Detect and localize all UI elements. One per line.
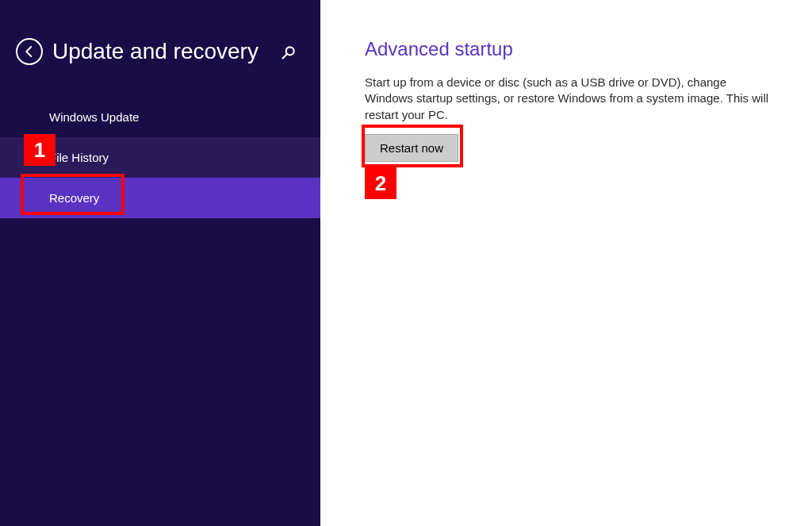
- search-icon: [281, 44, 297, 60]
- restart-now-button[interactable]: Restart now: [365, 134, 458, 162]
- sidebar-item-label: Windows Update: [49, 110, 139, 124]
- sidebar-item-recovery[interactable]: Recovery: [0, 178, 320, 218]
- section-description: Start up from a device or disc (such as …: [365, 75, 777, 123]
- header: Update and recovery: [0, 0, 320, 65]
- sidebar-item-label: Recovery: [49, 191, 99, 205]
- page-title: Update and recovery: [52, 39, 259, 64]
- sidebar-item-label: File History: [49, 151, 109, 164]
- sidebar-item-file-history[interactable]: File History: [0, 137, 320, 178]
- sidebar: Update and recovery Windows Update File …: [0, 0, 320, 526]
- svg-line-1: [283, 55, 287, 59]
- arrow-left-icon: [22, 44, 36, 59]
- section-title: Advanced startup: [365, 38, 788, 60]
- sidebar-nav: Windows Update File History Recovery: [0, 97, 320, 218]
- back-button[interactable]: [16, 38, 43, 65]
- sidebar-item-windows-update[interactable]: Windows Update: [0, 97, 320, 137]
- content-pane: Advanced startup Start up from a device …: [320, 0, 812, 526]
- annotation-number-2: 2: [365, 167, 396, 199]
- search-button[interactable]: [281, 44, 297, 63]
